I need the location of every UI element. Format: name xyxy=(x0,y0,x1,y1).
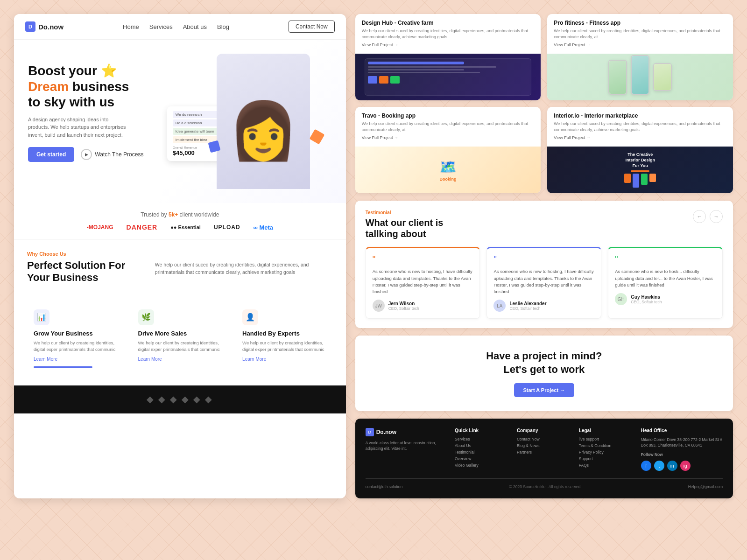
footer-legal-col: Legal live support Terms & Condition Pri… xyxy=(579,428,634,471)
nav-about[interactable]: About us xyxy=(183,23,207,30)
phone-mock-3 xyxy=(653,63,672,91)
quote-icon-3: " xyxy=(615,255,716,265)
grow-title: Grow Your Business xyxy=(34,330,118,337)
logo-text: Do.now xyxy=(38,23,63,31)
travel-content: 🗺️ Booking xyxy=(439,159,457,182)
footer-contact-link[interactable]: Contact Now xyxy=(517,437,571,441)
grow-desc: We help our client by createing identiti… xyxy=(34,340,118,353)
trusted-prefix: Trusted by xyxy=(141,211,169,218)
author-name-3: Guy Hawkins xyxy=(631,294,662,300)
nav-blog[interactable]: Blog xyxy=(217,23,229,30)
brand-meta: ∞ Meta xyxy=(254,224,274,231)
design-hub-info: Design Hub - Creative farm We help our c… xyxy=(355,14,541,54)
trusted-count: 5k+ xyxy=(169,211,178,218)
footer-faqs-link[interactable]: FAQs xyxy=(579,463,634,468)
footer-email: contact@dth.solution xyxy=(366,484,403,489)
footer-dark-text: ◆ ◆ ◆ ◆ ◆ ◆ xyxy=(147,394,213,405)
contact-button[interactable]: Contact Now xyxy=(289,21,335,33)
grow-learn-more[interactable]: Learn More xyxy=(34,357,118,362)
feature-grow: 📊 Grow Your Business We help our client … xyxy=(27,303,124,375)
footer-testimonial-link[interactable]: Testimonial xyxy=(455,450,509,455)
why-title: Perfect Solution For Your Business xyxy=(27,259,146,284)
footer-company-col: Company Contact Now Blog & News Partners xyxy=(517,428,571,471)
why-left: Perfect Solution For Your Business xyxy=(27,259,146,284)
testimonials-header-left: Testimonial What our client is tallking … xyxy=(366,210,444,239)
footer-support-link[interactable]: Support xyxy=(579,456,634,461)
cta-button[interactable]: Start A Project → xyxy=(514,383,575,397)
prev-arrow[interactable]: ← xyxy=(693,210,706,223)
hero-image-area: We do research Do a discussion Idea gene… xyxy=(195,54,332,189)
interior-content: The CreativeInterior DesignFor You xyxy=(620,147,661,192)
ui-mockup xyxy=(365,58,532,96)
play-icon: ▶ xyxy=(81,149,92,160)
footer-helpng: Helpng@gmail.com xyxy=(688,484,723,489)
footer-video-link[interactable]: Video Gallery xyxy=(455,463,509,468)
fitness-link[interactable]: View Full Project → xyxy=(554,42,726,47)
footer-address: Milano Corner Drive 38-200 772-2 Market … xyxy=(641,437,723,449)
get-started-button[interactable]: Get started xyxy=(28,147,74,162)
testimonial-author-1: JW Jern Wilson CEO, Softair tech xyxy=(373,300,473,312)
nav-home[interactable]: Home xyxy=(123,23,139,30)
footer-overview-link[interactable]: Overview xyxy=(455,456,509,461)
footer-blog-link[interactable]: Blog & News xyxy=(517,443,571,448)
sales-icon: 🌿 xyxy=(138,309,154,325)
footer-office-title: Head Office xyxy=(641,428,723,433)
linkedin-icon[interactable]: in xyxy=(667,461,677,471)
interior-link[interactable]: View Full Project → xyxy=(554,135,726,140)
why-label: Why Choose Us xyxy=(27,251,333,257)
phone-screen-2 xyxy=(632,56,648,94)
testimonials-label: Testimonial xyxy=(366,210,444,215)
testimonials-cards: " As someone who is new to hosting, I ha… xyxy=(366,247,723,319)
navbar: D Do.now Home Services About us Blog Con… xyxy=(14,14,346,40)
why-grid: Perfect Solution For Your Business We he… xyxy=(27,259,333,284)
next-arrow[interactable]: → xyxy=(710,210,723,223)
footer-terms-link[interactable]: Terms & Condition xyxy=(579,443,634,448)
footer-top: D Do.now A world-class letter at level c… xyxy=(366,428,723,479)
brand-essential: ●● Essential xyxy=(170,224,201,230)
footer-about-link[interactable]: About Us xyxy=(455,443,509,448)
twitter-icon[interactable]: t xyxy=(654,461,664,471)
travo-preview: 🗺️ Booking xyxy=(355,147,541,193)
instagram-icon[interactable]: ig xyxy=(680,461,691,471)
trusted-section: Trusted by 5k+ client worldwide ▪MOJANG … xyxy=(14,203,346,240)
features-row: 📊 Grow Your Business We help our client … xyxy=(14,295,346,386)
why-title-line1: Perfect Solution For xyxy=(27,259,125,271)
testimonial-text-1: As someone who is new to hosting, I have… xyxy=(373,268,473,295)
social-icons: f t in ig xyxy=(641,461,723,471)
person-silhouette: 👩 xyxy=(228,98,298,164)
interior-name: Interior.io - Interior marketplace xyxy=(554,112,726,119)
feature-experts: 👤 Handled By Experts We help our client … xyxy=(236,303,333,375)
footer-services-link[interactable]: Services xyxy=(455,437,509,441)
testimonial-2: " As someone who is new to hosting, I ha… xyxy=(486,247,601,319)
testimonials-title: What our client is tallking about xyxy=(366,217,444,239)
hero-subtitle: A design agency shaping ideas into produ… xyxy=(28,116,131,139)
experts-icon: 👤 xyxy=(242,309,258,325)
hero-title-line1: Boost your xyxy=(28,63,97,78)
why-desc: We help our client suced by creating ide… xyxy=(155,261,333,276)
mock-line-1 xyxy=(368,66,496,68)
hero-section: Boost your ⭐ Dream business to sky with … xyxy=(14,40,346,203)
author-info-1: Jern Wilson CEO, Softair tech xyxy=(388,301,419,311)
design-hub-link[interactable]: View Full Project → xyxy=(362,42,535,47)
footer-full: D Do.now A world-class letter at level c… xyxy=(355,419,733,499)
facebook-icon[interactable]: f xyxy=(641,461,651,471)
author-name-1: Jern Wilson xyxy=(388,301,419,306)
orange-shape-2 xyxy=(309,129,324,145)
footer-office-col: Head Office Milano Corner Drive 38-200 7… xyxy=(641,428,723,471)
why-right: We help our client suced by creating ide… xyxy=(155,259,333,284)
logo-icon: D xyxy=(25,21,35,32)
author-info-3: Guy Hawkins CEO, Softair tech xyxy=(631,294,662,304)
footer-partners-link[interactable]: Partners xyxy=(517,450,571,455)
watch-process-button[interactable]: ▶ Watch The Process xyxy=(81,149,143,160)
logo[interactable]: D Do.now xyxy=(25,21,63,32)
travo-link[interactable]: View Full Project → xyxy=(362,135,535,140)
nav-services[interactable]: Services xyxy=(149,23,173,30)
footer-privacy-link[interactable]: Privacy Policy xyxy=(579,450,634,455)
footer-livesupport-link[interactable]: live support xyxy=(579,437,634,441)
avatar-2: LA xyxy=(493,300,506,312)
experts-learn-more[interactable]: Learn More xyxy=(242,357,326,362)
sales-title: Drive More Sales xyxy=(138,330,222,337)
design-hub-name: Design Hub - Creative farm xyxy=(362,20,535,26)
sales-learn-more[interactable]: Learn More xyxy=(138,357,222,362)
travo-desc: We help our client suced by creating ide… xyxy=(362,121,535,133)
